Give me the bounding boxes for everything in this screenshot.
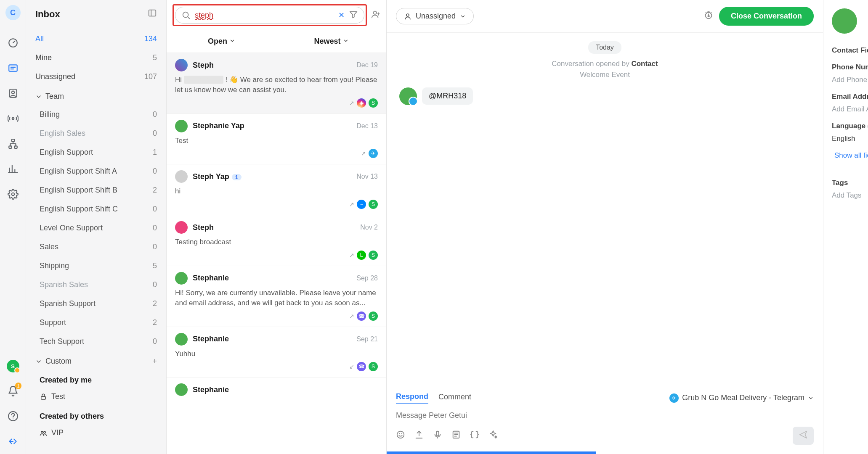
conversation-item[interactable]: StephNov 2Testing broadcast↗LS: [167, 215, 386, 266]
tab-respond[interactable]: Respond: [396, 392, 428, 404]
conversation-preview: hi: [175, 186, 378, 196]
search-highlight: ✕: [173, 4, 367, 26]
folder-mine[interactable]: Mine5: [26, 48, 166, 67]
add-tags[interactable]: Add Tags: [832, 191, 868, 200]
collapse-panel-icon[interactable]: [148, 8, 157, 20]
folder-all[interactable]: All134: [26, 29, 166, 48]
direction-icon: ↗: [349, 100, 354, 106]
tab-comment[interactable]: Comment: [438, 393, 471, 403]
section-custom[interactable]: Custom+: [26, 351, 166, 370]
direction-icon: ↗: [349, 201, 354, 208]
ai-icon[interactable]: [488, 430, 498, 441]
contacts-icon[interactable]: [6, 87, 20, 100]
reports-icon[interactable]: [6, 162, 20, 176]
contact-avatar: [399, 87, 417, 105]
conversation-preview: Test: [175, 136, 378, 146]
show-all-fields-link[interactable]: Show all fields: [832, 151, 868, 160]
tab-newest[interactable]: Newest: [276, 30, 386, 53]
filter-icon[interactable]: [349, 10, 358, 21]
broadcast-icon[interactable]: [6, 112, 20, 125]
workspace-avatar[interactable]: C: [5, 5, 21, 20]
search-input-wrap: ✕: [175, 7, 364, 24]
conversation-date: Dec 19: [356, 61, 378, 69]
team-item[interactable]: English Sales0: [26, 124, 166, 143]
direction-icon: ↙: [349, 363, 354, 370]
created-by-others-header: Created by others: [26, 406, 166, 423]
tab-open[interactable]: Open: [167, 30, 276, 53]
conversation-item[interactable]: Stephanie YapDec 13Test↗✈: [167, 114, 386, 165]
email-value[interactable]: Add Email Address: [832, 105, 868, 114]
conversation-item[interactable]: Steph Yap1Nov 13hi↗~S: [167, 164, 386, 215]
assignee-selector[interactable]: Unassigned: [396, 8, 474, 24]
team-item[interactable]: English Support Shift B2: [26, 181, 166, 200]
add-custom-icon[interactable]: +: [152, 357, 157, 366]
telegram-icon: ✈: [669, 393, 679, 403]
conversation-item[interactable]: Stephanie: [167, 377, 386, 402]
collapse-nav-icon[interactable]: [6, 435, 20, 448]
contact-avatar-large[interactable]: [832, 8, 857, 34]
folder-unassigned[interactable]: Unassigned107: [26, 67, 166, 86]
close-conversation-button[interactable]: Close Conversation: [719, 7, 814, 26]
snooze-icon[interactable]: [704, 11, 713, 22]
team-item[interactable]: English Support Shift A0: [26, 162, 166, 181]
inbox-icon[interactable]: [6, 61, 20, 75]
phone-value[interactable]: Add Phone Number: [832, 76, 868, 84]
contact-name: Stephanie: [193, 274, 351, 282]
contact-name: Steph: [193, 61, 351, 70]
settings-icon[interactable]: [6, 187, 20, 201]
team-item[interactable]: Spanish Sales0: [26, 275, 166, 294]
team-item[interactable]: Tech Support0: [26, 332, 166, 351]
search-icon: [181, 11, 191, 20]
contact-fields-header: Contact Fields: [832, 46, 868, 55]
conversation-item[interactable]: StephanieSep 21Yuhhu↙☎S: [167, 327, 386, 378]
team-item[interactable]: Level One Support0: [26, 219, 166, 238]
language-value[interactable]: English: [832, 135, 868, 143]
voice-icon[interactable]: [433, 430, 442, 441]
team-item[interactable]: English Support Shift C0: [26, 200, 166, 219]
conversation-item[interactable]: StephDec 19Hi xxxx ! 👋 We are so excited…: [167, 53, 386, 114]
emoji-icon[interactable]: [396, 430, 405, 441]
variable-icon[interactable]: [470, 430, 479, 441]
conversation-date: Nov 13: [356, 173, 378, 180]
day-divider: Today: [588, 41, 621, 54]
contact-name: Steph: [193, 223, 355, 232]
team-item[interactable]: Support2: [26, 313, 166, 332]
contact-name: Stephanie Yap: [193, 121, 351, 130]
search-input[interactable]: [195, 11, 334, 20]
dashboard-icon[interactable]: [6, 36, 20, 50]
upload-icon[interactable]: [414, 430, 424, 441]
send-button[interactable]: [793, 427, 814, 445]
section-team[interactable]: Team: [26, 86, 166, 105]
workflows-icon[interactable]: [6, 137, 20, 150]
team-item[interactable]: Spanish Support2: [26, 294, 166, 313]
message-input[interactable]: [396, 411, 814, 420]
conversation-date: Dec 13: [356, 122, 378, 130]
email-label: Email Address: [832, 92, 868, 101]
conversation-preview: Testing broadcast: [175, 237, 378, 247]
custom-view-test[interactable]: Test: [26, 387, 166, 406]
clear-search-icon[interactable]: ✕: [338, 11, 345, 20]
team-item[interactable]: Shipping5: [26, 256, 166, 275]
contact-name: Steph Yap1: [193, 172, 351, 181]
svg-point-4: [12, 118, 13, 119]
contact-avatar: [175, 120, 188, 132]
line-icon: L: [357, 251, 366, 260]
phone-label: Phone Number: [832, 63, 868, 71]
language-label: Language ?: [832, 122, 868, 130]
fb-icon: ~: [357, 200, 366, 209]
template-icon[interactable]: [451, 430, 461, 441]
add-contact-icon[interactable]: [371, 10, 380, 21]
contact-avatar: [175, 59, 188, 71]
channel-selector[interactable]: ✈ Grub N Go Meal Delivery - Telegram: [669, 393, 814, 403]
agent-avatar[interactable]: S: [7, 360, 19, 372]
help-icon[interactable]: [6, 409, 20, 423]
created-by-me-header: Created by me: [26, 370, 166, 387]
assignee-badge: S: [369, 311, 378, 321]
conversation-item[interactable]: StephanieSep 28Hi! Sorry, we are current…: [167, 266, 386, 327]
team-item[interactable]: English Support1: [26, 143, 166, 162]
team-item[interactable]: Sales0: [26, 238, 166, 256]
notifications-icon[interactable]: 1: [6, 384, 20, 398]
team-item[interactable]: Billing0: [26, 105, 166, 124]
custom-view-vip[interactable]: VIP: [26, 423, 166, 442]
assignee-badge: S: [369, 200, 378, 209]
